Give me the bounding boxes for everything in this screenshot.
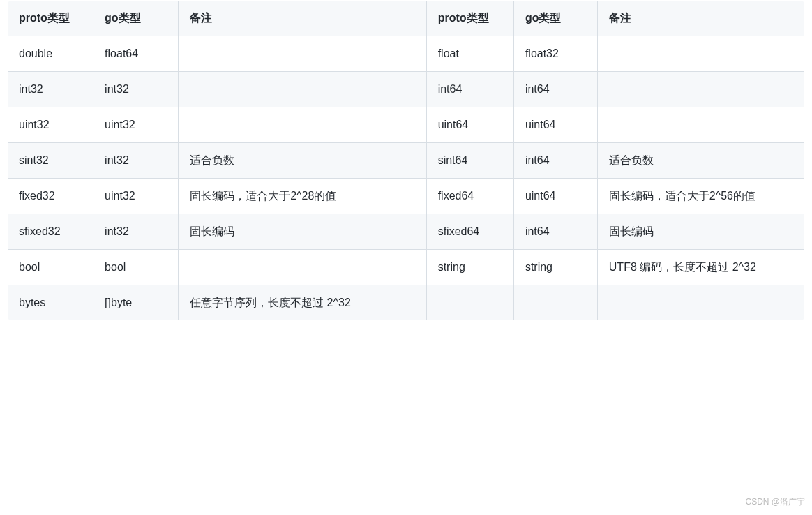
- cell-go2: float32: [513, 36, 597, 72]
- cell-note1: [179, 72, 427, 107]
- cell-proto2: sint64: [426, 143, 513, 179]
- table-row: sint32int32适合负数sint64int64适合负数: [8, 143, 805, 179]
- cell-note2: UTF8 编码，长度不超过 2^32: [597, 250, 804, 285]
- cell-proto1: double: [8, 36, 93, 72]
- cell-go2: [513, 285, 597, 321]
- table-row: fixed32uint32固长编码，适合大于2^28的值fixed64uint6…: [8, 179, 805, 214]
- table-row: sfixed32int32固长编码sfixed64int64固长编码: [8, 214, 805, 250]
- table-row: boolboolstringstringUTF8 编码，长度不超过 2^32: [8, 250, 805, 285]
- header-note-2: 备注: [597, 1, 804, 36]
- cell-note1: 适合负数: [179, 143, 427, 179]
- cell-go2: string: [513, 250, 597, 285]
- cell-note2: [597, 36, 804, 72]
- cell-proto2: string: [426, 250, 513, 285]
- watermark-text: CSDN @潘广宇: [745, 496, 805, 508]
- cell-go1: bool: [93, 250, 179, 285]
- cell-proto1: fixed32: [8, 179, 93, 214]
- cell-proto2: uint64: [426, 107, 513, 143]
- table-header-row: proto类型 go类型 备注 proto类型 go类型 备注: [8, 1, 805, 36]
- cell-go2: uint64: [513, 107, 597, 143]
- header-proto-type-1: proto类型: [8, 1, 93, 36]
- cell-note2: 固长编码，适合大于2^56的值: [597, 179, 804, 214]
- table-row: int32int32int64int64: [8, 72, 805, 107]
- cell-proto1: int32: [8, 72, 93, 107]
- cell-go1: float64: [93, 36, 179, 72]
- header-note-1: 备注: [179, 1, 427, 36]
- header-go-type-2: go类型: [513, 1, 597, 36]
- cell-proto1: bool: [8, 250, 93, 285]
- cell-note2: 适合负数: [597, 143, 804, 179]
- cell-note2: [597, 285, 804, 321]
- table-row: doublefloat64floatfloat32: [8, 36, 805, 72]
- cell-proto1: sfixed32: [8, 214, 93, 250]
- cell-go2: int64: [513, 72, 597, 107]
- cell-note1: [179, 36, 427, 72]
- cell-proto2: [426, 285, 513, 321]
- cell-note2: [597, 72, 804, 107]
- cell-go1: int32: [93, 143, 179, 179]
- cell-proto2: fixed64: [426, 179, 513, 214]
- table-row: bytes[]byte任意字节序列，长度不超过 2^32: [8, 285, 805, 321]
- table-body: doublefloat64floatfloat32int32int32int64…: [8, 36, 805, 321]
- proto-go-type-table: proto类型 go类型 备注 proto类型 go类型 备注 doublefl…: [7, 0, 805, 321]
- cell-note1: [179, 250, 427, 285]
- header-proto-type-2: proto类型: [426, 1, 513, 36]
- cell-proto1: bytes: [8, 285, 93, 321]
- table-row: uint32uint32uint64uint64: [8, 107, 805, 143]
- cell-note1: 任意字节序列，长度不超过 2^32: [179, 285, 427, 321]
- cell-proto2: sfixed64: [426, 214, 513, 250]
- cell-note2: 固长编码: [597, 214, 804, 250]
- header-go-type-1: go类型: [93, 1, 179, 36]
- cell-note1: 固长编码: [179, 214, 427, 250]
- cell-proto2: float: [426, 36, 513, 72]
- cell-go1: uint32: [93, 107, 179, 143]
- cell-go1: int32: [93, 72, 179, 107]
- cell-go1: int32: [93, 214, 179, 250]
- cell-go2: int64: [513, 143, 597, 179]
- cell-note1: [179, 107, 427, 143]
- cell-go2: int64: [513, 214, 597, 250]
- cell-note2: [597, 107, 804, 143]
- cell-proto1: uint32: [8, 107, 93, 143]
- cell-note1: 固长编码，适合大于2^28的值: [179, 179, 427, 214]
- cell-go1: []byte: [93, 285, 179, 321]
- cell-proto2: int64: [426, 72, 513, 107]
- cell-proto1: sint32: [8, 143, 93, 179]
- cell-go1: uint32: [93, 179, 179, 214]
- cell-go2: uint64: [513, 179, 597, 214]
